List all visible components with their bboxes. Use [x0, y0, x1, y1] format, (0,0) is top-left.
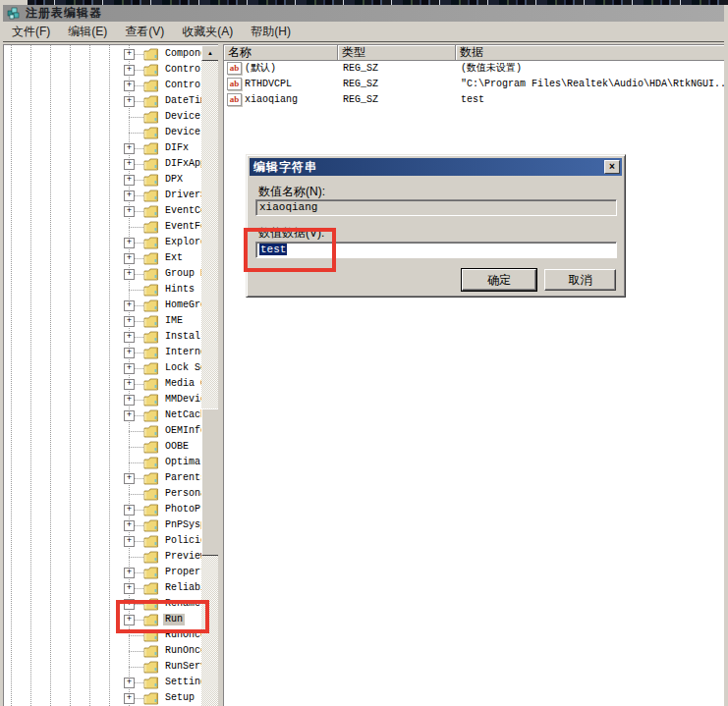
menu-file[interactable]: 文件(F)	[3, 22, 59, 42]
expand-plus-icon[interactable]: +	[124, 143, 135, 154]
tree-item[interactable]: RunOnce	[4, 643, 201, 659]
value-type: REG_SZ	[343, 94, 457, 106]
tree-item[interactable]: + Explore	[4, 235, 201, 250]
tree-item[interactable]: + IME	[4, 313, 201, 329]
tree-item[interactable]: + DriverS	[4, 188, 201, 203]
tree-item[interactable]: Persona	[4, 486, 201, 502]
menu-edit[interactable]: 编辑(E)	[59, 22, 116, 42]
expand-plus-icon[interactable]: +	[124, 379, 135, 390]
folder-icon	[143, 251, 159, 265]
scrollbar-thumb[interactable]	[201, 408, 218, 556]
tree-item[interactable]: + DIFx	[4, 140, 201, 156]
tree-item[interactable]: + Group P	[4, 266, 201, 282]
tree-item[interactable]: + Compone	[4, 46, 201, 62]
registry-value-row[interactable]: ab RTHDVCPL REG_SZ "C:\Program Files\Rea…	[224, 77, 724, 92]
expand-plus-icon[interactable]: +	[124, 206, 135, 217]
folder-icon	[143, 204, 159, 218]
column-header-name[interactable]: 名称	[224, 45, 338, 61]
tree-item[interactable]: + Lock Sc	[4, 360, 201, 376]
tree-item[interactable]: Hints	[4, 282, 201, 298]
tree-item[interactable]: + Setup	[4, 690, 201, 706]
menu-help[interactable]: 帮助(H)	[242, 22, 300, 42]
tree-item[interactable]: + Propert	[4, 565, 201, 580]
expand-plus-icon[interactable]: +	[124, 81, 135, 91]
tree-item[interactable]: OEMInfo	[4, 423, 201, 439]
folder-icon	[143, 456, 159, 469]
tree-item[interactable]: + DateTim	[4, 93, 201, 109]
tree-item[interactable]: + Install	[4, 329, 201, 345]
expand-plus-icon[interactable]: +	[124, 363, 135, 374]
tree-item[interactable]: + PnPSysp	[4, 517, 201, 533]
expand-plus-icon[interactable]: +	[124, 175, 135, 186]
folder-icon	[143, 267, 159, 281]
tree-item[interactable]: + Interne	[4, 345, 201, 360]
tree-item[interactable]: + DIFxApp	[4, 156, 201, 172]
expand-plus-icon[interactable]: +	[124, 693, 135, 704]
dialog-titlebar[interactable]: 编辑字符串 ×	[250, 158, 622, 176]
expand-plus-icon[interactable]: +	[124, 678, 135, 688]
tree-item-label: DIFx	[163, 142, 191, 154]
close-icon[interactable]: ×	[604, 160, 620, 174]
expand-plus-icon[interactable]: +	[124, 159, 135, 170]
expand-plus-icon[interactable]: +	[124, 269, 135, 280]
expand-plus-icon[interactable]: +	[124, 300, 135, 311]
expand-plus-icon[interactable]: +	[124, 473, 135, 484]
tree-item[interactable]: + Reliabi	[4, 580, 201, 596]
tree-item[interactable]: + NetCach	[4, 407, 201, 423]
expand-plus-icon[interactable]: +	[124, 395, 135, 406]
tree-item-label: DriverS	[163, 190, 201, 201]
tree-item[interactable]: Preview	[4, 549, 201, 565]
expand-plus-icon[interactable]: +	[124, 238, 135, 248]
folder-icon	[143, 314, 159, 328]
tree-item[interactable]: + EventCo	[4, 203, 201, 219]
tree-item[interactable]: OOBE	[4, 439, 201, 455]
tree-item[interactable]: RunServ	[4, 659, 201, 675]
tree-item-label: EventFo	[163, 221, 201, 233]
tree-item[interactable]: + Parents	[4, 470, 201, 486]
expand-plus-icon[interactable]: +	[124, 536, 135, 547]
expand-plus-icon[interactable]: +	[124, 583, 135, 594]
expand-plus-icon[interactable]: +	[124, 316, 135, 327]
tree-item[interactable]: Device	[4, 125, 201, 140]
tree-item[interactable]: + Setting	[4, 675, 201, 690]
tree-item[interactable]: + Control	[4, 78, 201, 93]
expand-plus-icon[interactable]: +	[124, 410, 135, 421]
tree-item[interactable]: + HomeGro	[4, 298, 201, 313]
expand-plus-icon[interactable]: +	[124, 253, 135, 264]
tree-item[interactable]: + DPX	[4, 172, 201, 188]
folder-icon	[143, 173, 159, 187]
scroll-up-button[interactable]: ▲	[201, 45, 218, 61]
column-header-data[interactable]: 数据	[456, 45, 724, 61]
expand-plus-icon[interactable]: +	[124, 190, 135, 201]
registry-value-row[interactable]: ab (默认) REG_SZ (数值未设置)	[224, 61, 724, 77]
tree-item[interactable]: + Media C	[4, 376, 201, 392]
tree-item[interactable]: + Policie	[4, 533, 201, 549]
expand-plus-icon[interactable]: +	[124, 520, 135, 531]
tree-item[interactable]: + Control	[4, 62, 201, 78]
tree-item[interactable]: + PhotoPr	[4, 502, 201, 517]
tree-item-label: Explore	[163, 237, 201, 248]
menu-view[interactable]: 查看(V)	[116, 22, 173, 42]
tree-item[interactable]: Device	[4, 109, 201, 125]
expand-plus-icon[interactable]: +	[124, 568, 135, 578]
tree-item[interactable]: + MMDevic	[4, 392, 201, 407]
folder-icon	[143, 236, 159, 249]
ok-button[interactable]: 确定	[462, 269, 536, 291]
column-header-type[interactable]: 类型	[338, 45, 456, 61]
folder-icon	[143, 94, 159, 108]
expand-plus-icon[interactable]: +	[124, 348, 135, 358]
window-titlebar[interactable]: 注册表编辑器	[3, 5, 725, 22]
expand-plus-icon[interactable]: +	[124, 65, 135, 76]
expand-plus-icon[interactable]: +	[124, 96, 135, 107]
menu-favorites[interactable]: 收藏夹(A)	[173, 22, 242, 42]
tree-item[interactable]: + Ext	[4, 250, 201, 266]
tree-item[interactable]: EventFo	[4, 219, 201, 235]
expand-plus-icon[interactable]: +	[124, 505, 135, 516]
expand-plus-icon[interactable]: +	[124, 332, 135, 343]
registry-value-row[interactable]: ab xiaoqiang REG_SZ test	[224, 92, 724, 108]
expand-plus-icon[interactable]: +	[124, 49, 135, 60]
folder-icon	[143, 157, 159, 171]
tree-item[interactable]: Optimal	[4, 455, 201, 470]
cancel-button[interactable]: 取消	[544, 269, 616, 291]
value-name-field[interactable]: xiaoqiang	[255, 199, 617, 216]
